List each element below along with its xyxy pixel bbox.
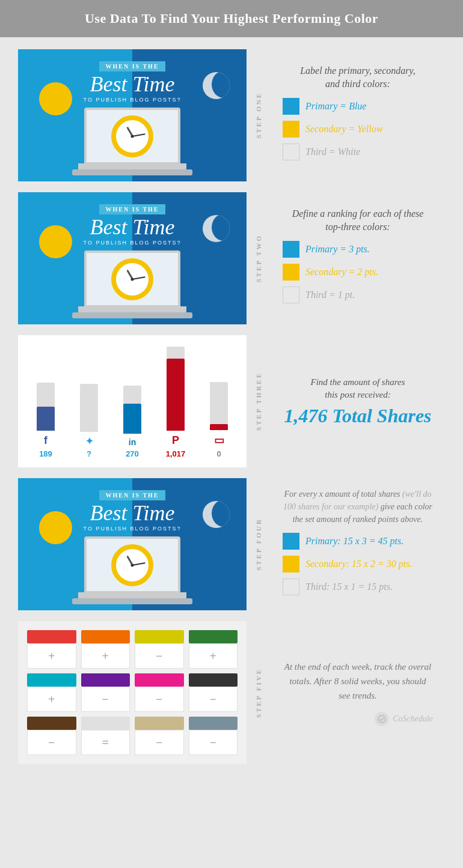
step-4-divider: STEP FOUR (247, 478, 271, 610)
plus-sign-4: + (48, 693, 55, 706)
svg-point-0 (378, 715, 385, 723)
color-cell-bluegray: − (189, 717, 238, 755)
blog-best-time-2: Best Time (29, 216, 235, 240)
bar-linkedin: in 270 (116, 386, 149, 458)
plus-sign-1: + (48, 649, 55, 663)
third-white-swatch (283, 144, 299, 160)
third-white-label: Third = White (305, 147, 360, 157)
step-2-title: Define a ranking for each of thesetop-th… (283, 207, 433, 234)
primary-calc-label: Primary: 15 x 3 = 45 pts. (305, 536, 403, 547)
step-2-divider: STEP TWO (247, 192, 271, 324)
pinterest-icon: P (172, 434, 179, 447)
color-grid: + + − + (18, 621, 247, 764)
primary-blue-swatch (283, 98, 299, 115)
step-4-image: WHEN IS THE Best Time TO PUBLISH BLOG PO… (18, 478, 247, 610)
other-count: 0 (216, 449, 221, 458)
step-2-label: STEP TWO (255, 234, 262, 282)
color-cell-green: + (189, 630, 238, 669)
color-item-primary-1: Primary = Blue (283, 98, 433, 115)
step-1-right: Label the primary, secondary,and third c… (271, 49, 445, 181)
main-content: WHEN IS THE Best Time TO PUBLISH BLOG PO… (0, 37, 463, 776)
blog-when-label-2: WHEN IS THE (99, 204, 165, 214)
color-item-secondary-4: Secondary: 15 x 2 = 30 pts. (283, 556, 433, 572)
blog-best-time-4: Best Time (29, 502, 235, 526)
step-1-divider: STEP ONE (247, 49, 271, 181)
step-2-row: WHEN IS THE Best Time TO PUBLISH BLOG PO… (18, 192, 445, 324)
color-cell-cyan: + (27, 673, 76, 712)
primary-pts-label: Primary = 3 pts. (305, 244, 370, 255)
step-2-image: WHEN IS THE Best Time TO PUBLISH BLOG PO… (18, 192, 247, 324)
secondary-pts-label: Secondary = 2 pts. (305, 267, 378, 278)
step-5-label: STEP FIVE (255, 668, 262, 718)
primary-pts-swatch (283, 241, 299, 258)
color-cell-orange: + (81, 630, 130, 669)
step-3-divider: STEP THREE (247, 335, 271, 467)
clock-icon (111, 115, 153, 157)
blog-title-area: WHEN IS THE Best Time TO PUBLISH BLOG PO… (29, 60, 235, 103)
blog-when-label-4: WHEN IS THE (99, 490, 165, 500)
coschedule-label: CoSchedule (393, 714, 433, 724)
blog-image-4: WHEN IS THE Best Time TO PUBLISH BLOG PO… (18, 478, 247, 610)
color-cell-purple: − (81, 673, 130, 712)
facebook-icon: f (44, 434, 48, 447)
minus-sign-3: − (156, 693, 162, 706)
color-item-third-2: Third = 1 pt. (283, 287, 433, 303)
step-3-right: Find the amount of sharesthis post recei… (271, 335, 445, 467)
clock-icon-2 (111, 258, 153, 300)
step-4-description: For every x amount of total shares (we'l… (283, 488, 433, 526)
step-4-label: STEP FOUR (255, 518, 262, 571)
blog-image-1: WHEN IS THE Best Time TO PUBLISH BLOG PO… (18, 49, 247, 181)
step-4-row: WHEN IS THE Best Time TO PUBLISH BLOG PO… (18, 478, 445, 610)
plus-sign-3: + (210, 649, 216, 663)
minus-sign-2: − (102, 693, 109, 706)
equals-sign-1: = (102, 736, 109, 750)
secondary-calc-label: Secondary: 15 x 2 = 30 pts. (305, 559, 412, 569)
primary-calc-swatch (283, 533, 299, 550)
laptop-icon-2 (72, 246, 192, 324)
step-3-row: f 189 ✦ ? (18, 335, 445, 467)
coschedule-icon (375, 712, 389, 726)
total-shares: 1,476 Total Shares (283, 405, 433, 427)
header-title: Use Data To Find Your Highest Performing… (85, 11, 378, 26)
coschedule-logo: CoSchedule (283, 712, 433, 726)
color-cell-brown: − (27, 717, 76, 755)
plus-sign-2: + (102, 649, 109, 663)
step-1-label: STEP ONE (255, 92, 262, 139)
linkedin-count: 270 (126, 449, 139, 458)
blog-subtitle-4: TO PUBLISH BLOG POSTS? (29, 526, 235, 532)
color-item-secondary-1: Secondary = Yellow (283, 121, 433, 138)
secondary-pts-swatch (283, 264, 299, 281)
laptop-icon-4 (72, 532, 192, 610)
color-item-primary-4: Primary: 15 x 3 = 45 pts. (283, 533, 433, 550)
bar-twitter: ✦ ? (73, 384, 106, 458)
step-5-divider: STEP FIVE (247, 621, 271, 764)
color-item-third-4: Third: 15 x 1 = 15 pts. (283, 578, 433, 595)
linkedin-icon: in (129, 437, 136, 447)
facebook-count: 189 (39, 449, 52, 458)
color-item-third-1: Third = White (283, 144, 433, 160)
twitter-count: ? (87, 449, 91, 458)
color-item-secondary-2: Secondary = 2 pts. (283, 264, 433, 281)
color-cell-dark: − (189, 673, 238, 712)
page-header: Use Data To Find Your Highest Performing… (0, 0, 463, 37)
shares-description: Find the amount of sharesthis post recei… (283, 376, 433, 401)
blog-title-area-2: WHEN IS THE Best Time TO PUBLISH BLOG PO… (29, 203, 235, 246)
third-calc-label: Third: 15 x 1 = 15 pts. (305, 581, 393, 592)
blog-image-2: WHEN IS THE Best Time TO PUBLISH BLOG PO… (18, 192, 247, 324)
secondary-yellow-swatch (283, 121, 299, 138)
chart-panel: f 189 ✦ ? (18, 335, 247, 467)
step-1-row: WHEN IS THE Best Time TO PUBLISH BLOG PO… (18, 49, 445, 181)
minus-sign-7: − (210, 736, 216, 750)
secondary-calc-swatch (283, 556, 299, 572)
clock-icon-4 (111, 544, 153, 586)
step-5-right: At the end of each week, track the overa… (271, 621, 445, 764)
bar-facebook: f 189 (29, 383, 63, 458)
blog-subtitle: TO PUBLISH BLOG POSTS? (29, 97, 235, 103)
blog-when-label: WHEN IS THE (99, 61, 165, 71)
step-5-row: + + − + (18, 621, 445, 764)
third-pts-label: Third = 1 pt. (305, 290, 355, 300)
step-3-label: STEP THREE (255, 372, 262, 431)
blog-subtitle-2: TO PUBLISH BLOG POSTS? (29, 240, 235, 246)
bar-pinterest: P 1,017 (159, 347, 192, 458)
pinterest-count: 1,017 (166, 449, 186, 458)
